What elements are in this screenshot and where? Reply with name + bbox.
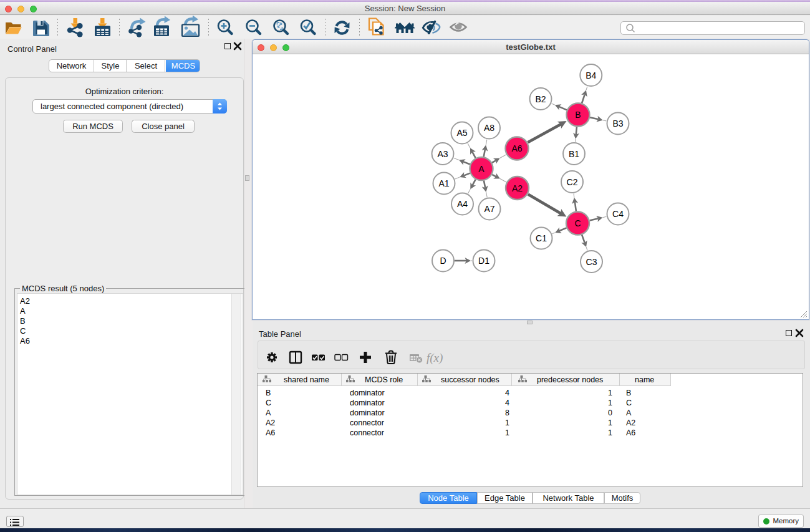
svg-text:A: A [478,164,485,174]
svg-text:B4: B4 [586,70,596,80]
svg-text:A6: A6 [511,143,522,153]
svg-text:C3: C3 [586,257,597,267]
svg-text:A8: A8 [484,123,494,133]
svg-text:D: D [440,256,446,266]
svg-text:A3: A3 [437,149,448,159]
svg-text:B2: B2 [535,94,546,104]
svg-text:C1: C1 [536,233,547,243]
svg-text:C4: C4 [612,209,624,219]
svg-text:A5: A5 [456,128,467,138]
svg-text:A7: A7 [484,204,494,214]
svg-text:f(x): f(x) [427,351,443,365]
svg-text:C: C [574,218,581,228]
svg-text:A2: A2 [512,183,523,193]
svg-text:C2: C2 [567,177,578,187]
svg-text:D1: D1 [478,256,489,266]
svg-text:A1: A1 [438,178,449,188]
svg-text:B3: B3 [612,118,623,128]
svg-text:B: B [575,110,581,120]
svg-text:B1: B1 [569,149,579,159]
svg-text:A4: A4 [457,199,468,209]
